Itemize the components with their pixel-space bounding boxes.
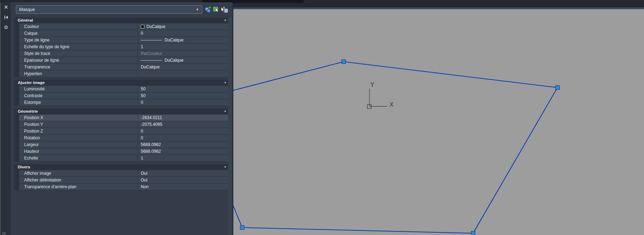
property-row[interactable]: Epaisseur de ligneDuCalque — [19, 57, 230, 64]
property-row[interactable]: Style de tracéParCouleur — [19, 50, 230, 57]
property-row[interactable]: Type de ligneDuCalque — [19, 37, 230, 44]
property-sections: Général▼CouleurDuCalqueCalque0Type de li… — [14, 17, 230, 193]
section-header[interactable]: Divers▼ — [14, 164, 230, 170]
property-row[interactable]: Echelle1 — [19, 155, 230, 162]
selected-polyline[interactable] — [229, 62, 557, 233]
property-row[interactable]: Afficher délimitationOui — [19, 177, 230, 184]
grip-handle[interactable] — [240, 226, 244, 230]
properties-palette: × ⚙ [O Masque ▼ — [0, 2, 234, 235]
palette-scrollbar[interactable] — [228, 17, 232, 235]
object-type-dropdown[interactable]: Masque ▼ — [16, 5, 202, 14]
selected-polyline[interactable] — [229, 62, 557, 233]
property-value[interactable]: Non — [138, 184, 230, 190]
select-objects-icon[interactable] — [212, 6, 220, 13]
property-value[interactable]: 0 — [138, 128, 230, 134]
property-value[interactable]: ParCouleur — [138, 50, 230, 57]
property-value-text: 0 — [141, 30, 143, 37]
property-value[interactable]: Oui — [138, 170, 230, 177]
property-value-text: 5688.0962 — [141, 141, 161, 148]
property-row[interactable]: Transparence d'arrière-planNon — [19, 184, 230, 190]
property-label: Position X — [19, 114, 138, 121]
property-value-text: 0 — [141, 128, 143, 134]
linetype-sample — [141, 40, 162, 40]
color-swatch — [141, 25, 144, 28]
property-value-text: 1 — [141, 155, 143, 161]
gear-icon[interactable]: ⚙ — [3, 24, 9, 30]
property-value[interactable]: 1 — [138, 44, 230, 50]
property-value-text: 1 — [141, 44, 143, 50]
section-header[interactable]: Général▼ — [14, 17, 230, 23]
property-row[interactable]: Estompe0 — [19, 99, 230, 106]
property-value[interactable]: 50 — [138, 86, 230, 92]
selected-polygon[interactable] — [229, 60, 560, 235]
property-row[interactable]: Echelle du type de ligne1 — [19, 44, 230, 50]
property-label: Transparence — [19, 64, 138, 70]
property-value[interactable]: 0 — [138, 99, 230, 106]
property-value-text: Oui — [141, 170, 148, 177]
property-row[interactable]: Largeur5688.0962 — [19, 141, 230, 148]
object-type-value: Masque — [19, 7, 196, 12]
section-header[interactable]: Ajuster image▼ — [14, 80, 230, 86]
palette-title-strip: × ⚙ [O — [0, 2, 11, 235]
property-label: Position Z — [19, 128, 138, 134]
toggle-pickadd-icon[interactable] — [204, 6, 212, 13]
grip-handle[interactable] — [471, 231, 475, 235]
selected-polyline[interactable] — [229, 62, 557, 233]
quick-select-icon[interactable] — [220, 6, 228, 13]
property-label: Echelle du type de ligne — [19, 44, 138, 50]
ucs-y-label: Y — [370, 81, 374, 88]
property-value-text: ParCouleur — [141, 50, 162, 57]
property-value-text: Non — [141, 184, 149, 190]
property-value[interactable]: 1 — [138, 155, 230, 161]
property-value[interactable]: -2075.4095 — [138, 121, 230, 128]
section-collapse-icon[interactable]: ▼ — [224, 80, 227, 86]
property-value[interactable]: DuCalque — [138, 57, 230, 63]
property-value-text: -2634.0211 — [141, 114, 162, 121]
property-row[interactable]: Luminosité50 — [19, 86, 230, 93]
section-collapse-icon[interactable]: ▼ — [224, 17, 227, 23]
property-value[interactable]: 50 — [138, 93, 230, 99]
property-value[interactable]: DuCalque — [138, 64, 230, 70]
property-row[interactable]: Rotation0 — [19, 135, 230, 141]
property-value[interactable]: 5688.0962 — [138, 148, 230, 155]
grip-handle[interactable] — [342, 60, 346, 64]
property-value[interactable]: DuCalque — [138, 23, 230, 30]
section-collapse-icon[interactable]: ▼ — [224, 108, 227, 114]
property-section: Divers▼Afficher imageOuiAfficher délimit… — [14, 164, 230, 190]
property-row[interactable]: Position Y-2075.4095 — [19, 121, 230, 128]
property-row[interactable]: Afficher imageOui — [19, 170, 230, 177]
property-row[interactable]: CouleurDuCalque — [19, 23, 230, 30]
property-row[interactable]: Hyperlien — [19, 71, 230, 77]
property-value-text: 5688.0962 — [141, 148, 161, 155]
section-rows: CouleurDuCalqueCalque0Type de ligneDuCal… — [14, 23, 230, 77]
property-row[interactable]: TransparenceDuCalque — [19, 64, 230, 71]
section-header[interactable]: Géométrie▼ — [14, 108, 230, 114]
property-value[interactable]: Oui — [138, 177, 230, 183]
close-icon[interactable]: × — [3, 4, 9, 10]
property-value-text: -2075.4095 — [141, 121, 162, 128]
property-label: Estompe — [19, 99, 138, 106]
property-row[interactable]: Position X-2634.0211 — [19, 114, 230, 121]
property-value[interactable]: 5688.0962 — [138, 141, 230, 148]
property-value-text: 0 — [141, 99, 143, 106]
property-row[interactable]: Contraste50 — [19, 93, 230, 99]
property-value[interactable]: DuCalque — [138, 37, 230, 43]
property-value[interactable]: -2634.0211 — [138, 114, 230, 121]
section-rows: Position X-2634.0211Position Y-2075.4095… — [14, 114, 230, 162]
property-label: Position Y — [19, 121, 138, 128]
property-row[interactable]: Calque0 — [19, 30, 230, 37]
section-collapse-icon[interactable]: ▼ — [224, 164, 227, 170]
property-value[interactable] — [138, 71, 230, 77]
linetype-sample — [141, 60, 162, 61]
property-value[interactable]: 0 — [138, 135, 230, 141]
property-label: Afficher délimitation — [19, 177, 138, 183]
ucs-x-label: X — [389, 101, 394, 108]
grip-handle[interactable] — [556, 86, 560, 90]
property-row[interactable]: Hauteur5688.0962 — [19, 148, 230, 155]
property-value-text: 50 — [141, 93, 145, 99]
property-row[interactable]: Position Z0 — [19, 128, 230, 135]
auto-hide-pin-icon[interactable] — [3, 14, 9, 21]
property-value-text: DuCalque — [141, 64, 160, 70]
property-label: Style de tracé — [19, 50, 138, 57]
property-value[interactable]: 0 — [138, 30, 230, 37]
